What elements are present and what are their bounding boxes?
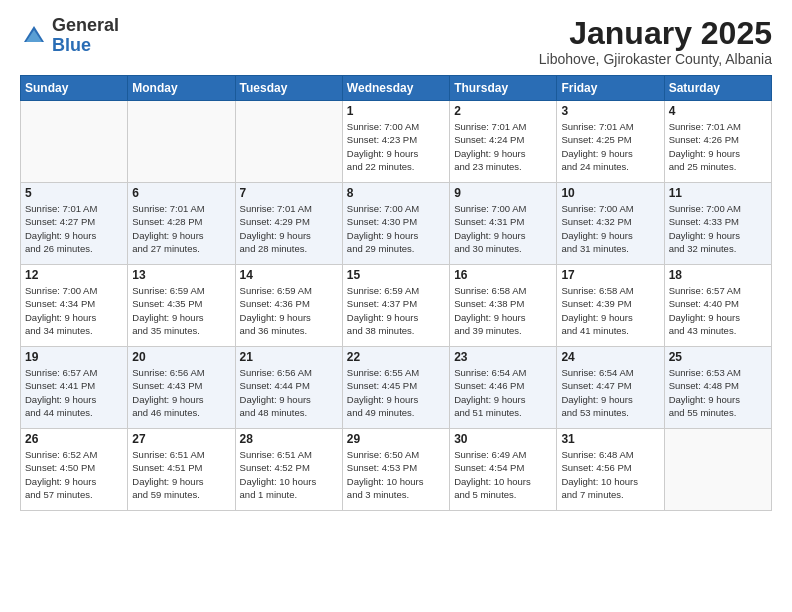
week-row-4: 19Sunrise: 6:57 AM Sunset: 4:41 PM Dayli… [21, 347, 772, 429]
day-cell: 14Sunrise: 6:59 AM Sunset: 4:36 PM Dayli… [235, 265, 342, 347]
day-number: 19 [25, 350, 123, 364]
day-info: Sunrise: 6:58 AM Sunset: 4:38 PM Dayligh… [454, 284, 552, 337]
week-row-1: 1Sunrise: 7:00 AM Sunset: 4:23 PM Daylig… [21, 101, 772, 183]
day-cell: 31Sunrise: 6:48 AM Sunset: 4:56 PM Dayli… [557, 429, 664, 511]
day-cell: 7Sunrise: 7:01 AM Sunset: 4:29 PM Daylig… [235, 183, 342, 265]
day-number: 11 [669, 186, 767, 200]
weekday-header-row: SundayMondayTuesdayWednesdayThursdayFrid… [21, 76, 772, 101]
week-row-2: 5Sunrise: 7:01 AM Sunset: 4:27 PM Daylig… [21, 183, 772, 265]
logo-blue: Blue [52, 35, 91, 55]
day-info: Sunrise: 6:57 AM Sunset: 4:40 PM Dayligh… [669, 284, 767, 337]
day-cell: 9Sunrise: 7:00 AM Sunset: 4:31 PM Daylig… [450, 183, 557, 265]
day-cell: 27Sunrise: 6:51 AM Sunset: 4:51 PM Dayli… [128, 429, 235, 511]
day-cell: 13Sunrise: 6:59 AM Sunset: 4:35 PM Dayli… [128, 265, 235, 347]
day-info: Sunrise: 6:56 AM Sunset: 4:43 PM Dayligh… [132, 366, 230, 419]
day-number: 20 [132, 350, 230, 364]
subtitle: Libohove, Gjirokaster County, Albania [539, 51, 772, 67]
day-cell: 23Sunrise: 6:54 AM Sunset: 4:46 PM Dayli… [450, 347, 557, 429]
day-cell: 16Sunrise: 6:58 AM Sunset: 4:38 PM Dayli… [450, 265, 557, 347]
weekday-header-thursday: Thursday [450, 76, 557, 101]
day-number: 22 [347, 350, 445, 364]
day-info: Sunrise: 6:59 AM Sunset: 4:35 PM Dayligh… [132, 284, 230, 337]
day-info: Sunrise: 6:50 AM Sunset: 4:53 PM Dayligh… [347, 448, 445, 501]
day-number: 1 [347, 104, 445, 118]
day-info: Sunrise: 7:01 AM Sunset: 4:29 PM Dayligh… [240, 202, 338, 255]
day-info: Sunrise: 6:58 AM Sunset: 4:39 PM Dayligh… [561, 284, 659, 337]
weekday-header-tuesday: Tuesday [235, 76, 342, 101]
day-cell: 22Sunrise: 6:55 AM Sunset: 4:45 PM Dayli… [342, 347, 449, 429]
day-number: 16 [454, 268, 552, 282]
day-cell: 3Sunrise: 7:01 AM Sunset: 4:25 PM Daylig… [557, 101, 664, 183]
page: General Blue January 2025 Libohove, Gjir… [0, 0, 792, 521]
day-info: Sunrise: 7:01 AM Sunset: 4:24 PM Dayligh… [454, 120, 552, 173]
day-number: 10 [561, 186, 659, 200]
day-info: Sunrise: 7:01 AM Sunset: 4:25 PM Dayligh… [561, 120, 659, 173]
day-cell: 11Sunrise: 7:00 AM Sunset: 4:33 PM Dayli… [664, 183, 771, 265]
day-info: Sunrise: 7:00 AM Sunset: 4:34 PM Dayligh… [25, 284, 123, 337]
day-info: Sunrise: 6:56 AM Sunset: 4:44 PM Dayligh… [240, 366, 338, 419]
day-info: Sunrise: 7:00 AM Sunset: 4:33 PM Dayligh… [669, 202, 767, 255]
day-cell [21, 101, 128, 183]
day-info: Sunrise: 7:00 AM Sunset: 4:30 PM Dayligh… [347, 202, 445, 255]
day-number: 9 [454, 186, 552, 200]
day-number: 31 [561, 432, 659, 446]
day-cell [235, 101, 342, 183]
day-info: Sunrise: 6:59 AM Sunset: 4:37 PM Dayligh… [347, 284, 445, 337]
logo: General Blue [20, 16, 119, 56]
day-cell: 5Sunrise: 7:01 AM Sunset: 4:27 PM Daylig… [21, 183, 128, 265]
day-number: 15 [347, 268, 445, 282]
logo-text: General Blue [52, 16, 119, 56]
day-cell: 6Sunrise: 7:01 AM Sunset: 4:28 PM Daylig… [128, 183, 235, 265]
day-cell [664, 429, 771, 511]
day-info: Sunrise: 7:00 AM Sunset: 4:32 PM Dayligh… [561, 202, 659, 255]
day-info: Sunrise: 7:00 AM Sunset: 4:23 PM Dayligh… [347, 120, 445, 173]
day-cell: 2Sunrise: 7:01 AM Sunset: 4:24 PM Daylig… [450, 101, 557, 183]
day-number: 12 [25, 268, 123, 282]
day-info: Sunrise: 7:01 AM Sunset: 4:28 PM Dayligh… [132, 202, 230, 255]
week-row-5: 26Sunrise: 6:52 AM Sunset: 4:50 PM Dayli… [21, 429, 772, 511]
day-info: Sunrise: 6:51 AM Sunset: 4:51 PM Dayligh… [132, 448, 230, 501]
day-info: Sunrise: 6:55 AM Sunset: 4:45 PM Dayligh… [347, 366, 445, 419]
day-info: Sunrise: 7:01 AM Sunset: 4:27 PM Dayligh… [25, 202, 123, 255]
day-cell: 29Sunrise: 6:50 AM Sunset: 4:53 PM Dayli… [342, 429, 449, 511]
day-info: Sunrise: 6:51 AM Sunset: 4:52 PM Dayligh… [240, 448, 338, 501]
header: General Blue January 2025 Libohove, Gjir… [20, 16, 772, 67]
day-info: Sunrise: 6:48 AM Sunset: 4:56 PM Dayligh… [561, 448, 659, 501]
weekday-header-saturday: Saturday [664, 76, 771, 101]
day-number: 13 [132, 268, 230, 282]
day-number: 18 [669, 268, 767, 282]
day-cell [128, 101, 235, 183]
day-info: Sunrise: 6:54 AM Sunset: 4:46 PM Dayligh… [454, 366, 552, 419]
day-cell: 12Sunrise: 7:00 AM Sunset: 4:34 PM Dayli… [21, 265, 128, 347]
day-info: Sunrise: 6:52 AM Sunset: 4:50 PM Dayligh… [25, 448, 123, 501]
day-cell: 10Sunrise: 7:00 AM Sunset: 4:32 PM Dayli… [557, 183, 664, 265]
day-number: 30 [454, 432, 552, 446]
day-cell: 25Sunrise: 6:53 AM Sunset: 4:48 PM Dayli… [664, 347, 771, 429]
day-number: 14 [240, 268, 338, 282]
day-number: 28 [240, 432, 338, 446]
day-number: 3 [561, 104, 659, 118]
day-cell: 15Sunrise: 6:59 AM Sunset: 4:37 PM Dayli… [342, 265, 449, 347]
weekday-header-friday: Friday [557, 76, 664, 101]
weekday-header-sunday: Sunday [21, 76, 128, 101]
day-cell: 17Sunrise: 6:58 AM Sunset: 4:39 PM Dayli… [557, 265, 664, 347]
day-info: Sunrise: 7:01 AM Sunset: 4:26 PM Dayligh… [669, 120, 767, 173]
day-cell: 18Sunrise: 6:57 AM Sunset: 4:40 PM Dayli… [664, 265, 771, 347]
day-number: 24 [561, 350, 659, 364]
weekday-header-monday: Monday [128, 76, 235, 101]
day-info: Sunrise: 6:57 AM Sunset: 4:41 PM Dayligh… [25, 366, 123, 419]
day-number: 7 [240, 186, 338, 200]
day-number: 23 [454, 350, 552, 364]
day-info: Sunrise: 6:49 AM Sunset: 4:54 PM Dayligh… [454, 448, 552, 501]
day-info: Sunrise: 6:59 AM Sunset: 4:36 PM Dayligh… [240, 284, 338, 337]
day-cell: 8Sunrise: 7:00 AM Sunset: 4:30 PM Daylig… [342, 183, 449, 265]
day-number: 26 [25, 432, 123, 446]
day-number: 8 [347, 186, 445, 200]
day-cell: 4Sunrise: 7:01 AM Sunset: 4:26 PM Daylig… [664, 101, 771, 183]
day-number: 17 [561, 268, 659, 282]
day-number: 21 [240, 350, 338, 364]
logo-general: General [52, 15, 119, 35]
day-number: 5 [25, 186, 123, 200]
day-number: 25 [669, 350, 767, 364]
day-cell: 20Sunrise: 6:56 AM Sunset: 4:43 PM Dayli… [128, 347, 235, 429]
